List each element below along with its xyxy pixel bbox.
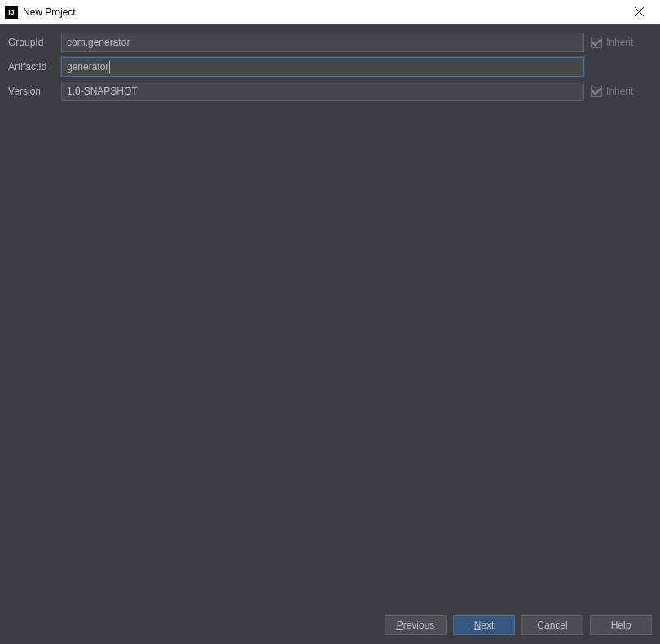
version-inherit-checkbox[interactable] <box>591 86 602 97</box>
version-inherit-label: Inherit <box>606 86 633 97</box>
window-title: New Project <box>23 7 623 18</box>
cancel-button[interactable]: Cancel <box>521 615 583 635</box>
previous-button[interactable]: Previous <box>385 615 447 635</box>
next-rest: ext <box>481 620 494 631</box>
titlebar: IJ New Project <box>0 0 660 24</box>
next-button[interactable]: Next <box>453 615 515 635</box>
artifactid-input[interactable]: generator <box>61 57 584 77</box>
version-label: Version <box>8 86 61 97</box>
groupid-inherit[interactable]: Inherit <box>591 37 652 48</box>
version-row: Version Inherit <box>8 82 652 101</box>
version-inherit[interactable]: Inherit <box>591 86 652 97</box>
groupid-inherit-checkbox[interactable] <box>591 37 602 48</box>
artifactid-row: ArtifactId generator <box>8 57 652 77</box>
app-icon: IJ <box>5 6 18 19</box>
text-caret <box>109 61 110 73</box>
close-button[interactable] <box>623 0 655 24</box>
help-button[interactable]: Help <box>590 615 652 635</box>
dialog-footer: Previous Next Cancel Help <box>0 607 660 644</box>
groupid-inherit-label: Inherit <box>606 37 633 48</box>
groupid-label: GroupId <box>8 37 61 48</box>
artifactid-label: ArtifactId <box>8 61 61 73</box>
artifactid-value: generator <box>67 61 108 73</box>
version-input[interactable] <box>61 82 584 101</box>
dialog-content: GroupId Inherit ArtifactId generator Ver… <box>0 24 660 607</box>
groupid-input[interactable] <box>61 33 584 52</box>
groupid-row: GroupId Inherit <box>8 33 652 52</box>
previous-rest: revious <box>403 620 435 631</box>
close-icon <box>635 7 644 16</box>
